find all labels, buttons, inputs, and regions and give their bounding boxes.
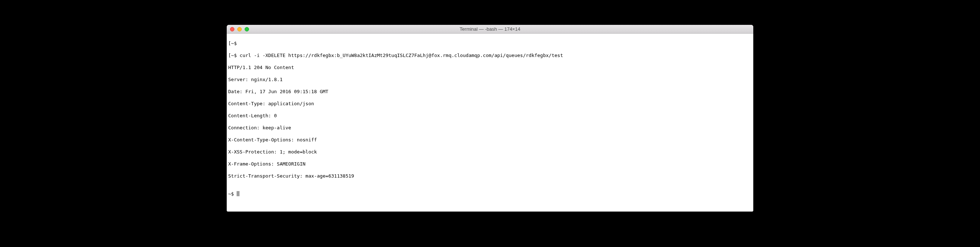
titlebar[interactable]: Terminal — -bash — 174×14 [227, 25, 753, 33]
window-title: Terminal — -bash — 174×14 [227, 26, 753, 32]
terminal-line: Date: Fri, 17 Jun 2016 09:15:18 GMT [228, 89, 752, 95]
terminal-line: X-Frame-Options: SAMEORIGIN [228, 161, 752, 167]
terminal-line: [~$ [228, 41, 752, 47]
cursor-icon [237, 191, 240, 196]
terminal-line: Server: nginx/1.8.1 [228, 77, 752, 83]
terminal-line: Content-Length: 0 [228, 113, 752, 119]
terminal-line: X-Content-Type-Options: nosniff [228, 137, 752, 143]
terminal-line: HTTP/1.1 204 No Content [228, 65, 752, 71]
close-icon[interactable] [230, 27, 234, 32]
terminal-line: Connection: keep-alive [228, 125, 752, 131]
terminal-line: Content-Type: application/json [228, 101, 752, 107]
terminal-line: [~$ curl -i -XDELETE https://rdkfegbx:b_… [228, 52, 752, 59]
terminal-line: X-XSS-Protection: 1; mode=block [228, 149, 752, 155]
maximize-icon[interactable] [245, 27, 249, 32]
prompt: ~$ [228, 191, 237, 197]
terminal-body[interactable]: [~$ [~$ curl -i -XDELETE https://rdkfegb… [227, 33, 753, 212]
prompt-line[interactable]: ~$ [228, 191, 752, 197]
terminal-window: Terminal — -bash — 174×14 [~$ [~$ curl -… [227, 25, 753, 212]
terminal-line: Strict-Transport-Security: max-age=63113… [228, 173, 752, 179]
traffic-lights [227, 27, 249, 32]
minimize-icon[interactable] [237, 27, 242, 32]
